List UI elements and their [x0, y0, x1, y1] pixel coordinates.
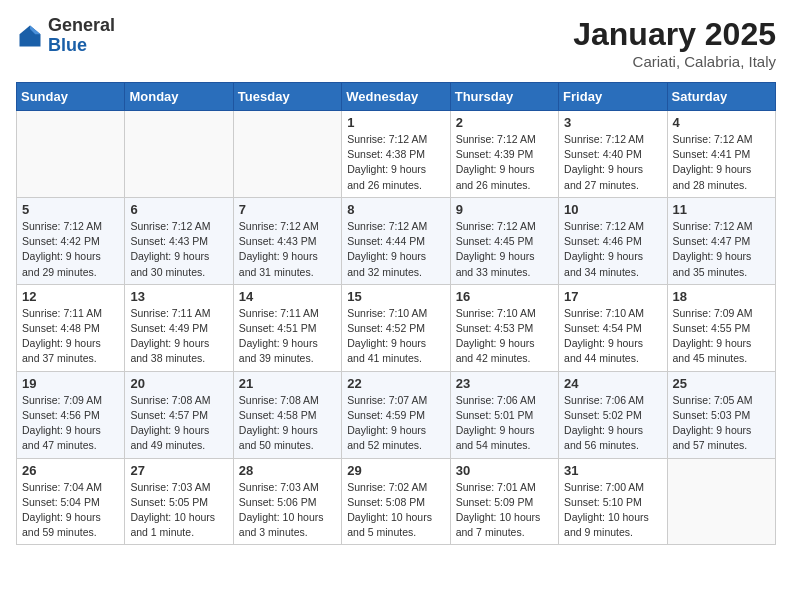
day-number: 21 — [239, 376, 336, 391]
day-number: 23 — [456, 376, 553, 391]
calendar-cell: 18Sunrise: 7:09 AM Sunset: 4:55 PM Dayli… — [667, 284, 775, 371]
logo-general-text: General — [48, 16, 115, 36]
logo-icon — [16, 22, 44, 50]
calendar-cell: 27Sunrise: 7:03 AM Sunset: 5:05 PM Dayli… — [125, 458, 233, 545]
calendar-cell: 17Sunrise: 7:10 AM Sunset: 4:54 PM Dayli… — [559, 284, 667, 371]
calendar-cell — [667, 458, 775, 545]
logo-text: General Blue — [48, 16, 115, 56]
day-info: Sunrise: 7:12 AM Sunset: 4:46 PM Dayligh… — [564, 219, 661, 280]
location-subtitle: Cariati, Calabria, Italy — [573, 53, 776, 70]
day-number: 4 — [673, 115, 770, 130]
calendar-cell: 15Sunrise: 7:10 AM Sunset: 4:52 PM Dayli… — [342, 284, 450, 371]
day-number: 7 — [239, 202, 336, 217]
calendar-cell: 16Sunrise: 7:10 AM Sunset: 4:53 PM Dayli… — [450, 284, 558, 371]
day-info: Sunrise: 7:06 AM Sunset: 5:01 PM Dayligh… — [456, 393, 553, 454]
day-info: Sunrise: 7:09 AM Sunset: 4:56 PM Dayligh… — [22, 393, 119, 454]
day-number: 16 — [456, 289, 553, 304]
logo-blue-text: Blue — [48, 36, 115, 56]
day-number: 27 — [130, 463, 227, 478]
month-year-title: January 2025 — [573, 16, 776, 53]
calendar-cell: 23Sunrise: 7:06 AM Sunset: 5:01 PM Dayli… — [450, 371, 558, 458]
weekday-header: Thursday — [450, 83, 558, 111]
day-info: Sunrise: 7:12 AM Sunset: 4:38 PM Dayligh… — [347, 132, 444, 193]
calendar-cell: 13Sunrise: 7:11 AM Sunset: 4:49 PM Dayli… — [125, 284, 233, 371]
day-number: 20 — [130, 376, 227, 391]
day-info: Sunrise: 7:11 AM Sunset: 4:49 PM Dayligh… — [130, 306, 227, 367]
day-number: 17 — [564, 289, 661, 304]
calendar-table: SundayMondayTuesdayWednesdayThursdayFrid… — [16, 82, 776, 545]
day-info: Sunrise: 7:12 AM Sunset: 4:39 PM Dayligh… — [456, 132, 553, 193]
calendar-cell: 10Sunrise: 7:12 AM Sunset: 4:46 PM Dayli… — [559, 197, 667, 284]
calendar-week-row: 26Sunrise: 7:04 AM Sunset: 5:04 PM Dayli… — [17, 458, 776, 545]
day-number: 19 — [22, 376, 119, 391]
day-number: 3 — [564, 115, 661, 130]
day-info: Sunrise: 7:12 AM Sunset: 4:42 PM Dayligh… — [22, 219, 119, 280]
calendar-cell: 29Sunrise: 7:02 AM Sunset: 5:08 PM Dayli… — [342, 458, 450, 545]
calendar-week-row: 12Sunrise: 7:11 AM Sunset: 4:48 PM Dayli… — [17, 284, 776, 371]
day-number: 24 — [564, 376, 661, 391]
day-number: 31 — [564, 463, 661, 478]
day-info: Sunrise: 7:11 AM Sunset: 4:51 PM Dayligh… — [239, 306, 336, 367]
calendar-cell: 11Sunrise: 7:12 AM Sunset: 4:47 PM Dayli… — [667, 197, 775, 284]
day-number: 26 — [22, 463, 119, 478]
calendar-cell — [125, 111, 233, 198]
calendar-cell: 19Sunrise: 7:09 AM Sunset: 4:56 PM Dayli… — [17, 371, 125, 458]
day-number: 22 — [347, 376, 444, 391]
day-info: Sunrise: 7:03 AM Sunset: 5:05 PM Dayligh… — [130, 480, 227, 541]
calendar-cell: 25Sunrise: 7:05 AM Sunset: 5:03 PM Dayli… — [667, 371, 775, 458]
day-number: 9 — [456, 202, 553, 217]
logo: General Blue — [16, 16, 115, 56]
day-info: Sunrise: 7:04 AM Sunset: 5:04 PM Dayligh… — [22, 480, 119, 541]
day-info: Sunrise: 7:08 AM Sunset: 4:58 PM Dayligh… — [239, 393, 336, 454]
weekday-header: Sunday — [17, 83, 125, 111]
calendar-cell: 28Sunrise: 7:03 AM Sunset: 5:06 PM Dayli… — [233, 458, 341, 545]
day-info: Sunrise: 7:02 AM Sunset: 5:08 PM Dayligh… — [347, 480, 444, 541]
calendar-cell: 24Sunrise: 7:06 AM Sunset: 5:02 PM Dayli… — [559, 371, 667, 458]
calendar-week-row: 19Sunrise: 7:09 AM Sunset: 4:56 PM Dayli… — [17, 371, 776, 458]
day-number: 12 — [22, 289, 119, 304]
day-number: 14 — [239, 289, 336, 304]
day-number: 11 — [673, 202, 770, 217]
weekday-header: Wednesday — [342, 83, 450, 111]
day-number: 18 — [673, 289, 770, 304]
calendar-cell: 26Sunrise: 7:04 AM Sunset: 5:04 PM Dayli… — [17, 458, 125, 545]
calendar-cell: 5Sunrise: 7:12 AM Sunset: 4:42 PM Daylig… — [17, 197, 125, 284]
day-info: Sunrise: 7:06 AM Sunset: 5:02 PM Dayligh… — [564, 393, 661, 454]
calendar-cell: 8Sunrise: 7:12 AM Sunset: 4:44 PM Daylig… — [342, 197, 450, 284]
calendar-cell: 6Sunrise: 7:12 AM Sunset: 4:43 PM Daylig… — [125, 197, 233, 284]
day-number: 10 — [564, 202, 661, 217]
day-info: Sunrise: 7:07 AM Sunset: 4:59 PM Dayligh… — [347, 393, 444, 454]
weekday-header: Tuesday — [233, 83, 341, 111]
calendar-cell: 1Sunrise: 7:12 AM Sunset: 4:38 PM Daylig… — [342, 111, 450, 198]
day-info: Sunrise: 7:12 AM Sunset: 4:45 PM Dayligh… — [456, 219, 553, 280]
calendar-cell: 22Sunrise: 7:07 AM Sunset: 4:59 PM Dayli… — [342, 371, 450, 458]
page-header: General Blue January 2025 Cariati, Calab… — [16, 16, 776, 70]
calendar-header-row: SundayMondayTuesdayWednesdayThursdayFrid… — [17, 83, 776, 111]
day-number: 29 — [347, 463, 444, 478]
day-info: Sunrise: 7:08 AM Sunset: 4:57 PM Dayligh… — [130, 393, 227, 454]
day-number: 13 — [130, 289, 227, 304]
day-info: Sunrise: 7:12 AM Sunset: 4:40 PM Dayligh… — [564, 132, 661, 193]
day-info: Sunrise: 7:01 AM Sunset: 5:09 PM Dayligh… — [456, 480, 553, 541]
calendar-cell: 3Sunrise: 7:12 AM Sunset: 4:40 PM Daylig… — [559, 111, 667, 198]
day-info: Sunrise: 7:12 AM Sunset: 4:41 PM Dayligh… — [673, 132, 770, 193]
calendar-cell: 20Sunrise: 7:08 AM Sunset: 4:57 PM Dayli… — [125, 371, 233, 458]
weekday-header: Saturday — [667, 83, 775, 111]
day-info: Sunrise: 7:10 AM Sunset: 4:54 PM Dayligh… — [564, 306, 661, 367]
day-number: 1 — [347, 115, 444, 130]
day-number: 6 — [130, 202, 227, 217]
title-block: January 2025 Cariati, Calabria, Italy — [573, 16, 776, 70]
weekday-header: Monday — [125, 83, 233, 111]
day-number: 25 — [673, 376, 770, 391]
calendar-cell: 7Sunrise: 7:12 AM Sunset: 4:43 PM Daylig… — [233, 197, 341, 284]
day-info: Sunrise: 7:11 AM Sunset: 4:48 PM Dayligh… — [22, 306, 119, 367]
day-info: Sunrise: 7:00 AM Sunset: 5:10 PM Dayligh… — [564, 480, 661, 541]
calendar-cell — [17, 111, 125, 198]
calendar-cell: 9Sunrise: 7:12 AM Sunset: 4:45 PM Daylig… — [450, 197, 558, 284]
day-info: Sunrise: 7:12 AM Sunset: 4:44 PM Dayligh… — [347, 219, 444, 280]
day-info: Sunrise: 7:12 AM Sunset: 4:43 PM Dayligh… — [130, 219, 227, 280]
calendar-cell: 21Sunrise: 7:08 AM Sunset: 4:58 PM Dayli… — [233, 371, 341, 458]
calendar-cell: 14Sunrise: 7:11 AM Sunset: 4:51 PM Dayli… — [233, 284, 341, 371]
day-info: Sunrise: 7:05 AM Sunset: 5:03 PM Dayligh… — [673, 393, 770, 454]
day-number: 15 — [347, 289, 444, 304]
